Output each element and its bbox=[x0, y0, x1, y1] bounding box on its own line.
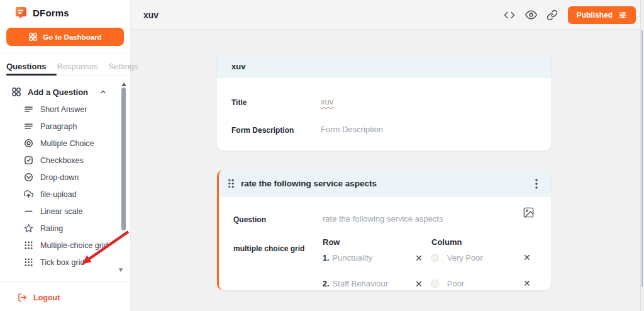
form-settings-card: xuv Title xuv Form Description Form Desc… bbox=[217, 55, 551, 150]
column-value[interactable]: Very Poor bbox=[447, 253, 483, 263]
linear-scale-icon bbox=[24, 206, 33, 216]
form-description-input[interactable]: Form Description bbox=[321, 125, 383, 134]
form-card-header: xuv bbox=[217, 55, 551, 78]
page-scrollbar-thumb[interactable] bbox=[641, 30, 643, 287]
dforms-logo-icon bbox=[14, 6, 28, 20]
question-input[interactable]: rate the following service aspects bbox=[323, 214, 443, 223]
checkboxes-icon bbox=[24, 156, 33, 165]
sidebar-item-multiple-choice-grid[interactable]: Multiple-choice grid bbox=[0, 237, 131, 254]
sidebar-item-label: Multiple Choice bbox=[40, 139, 94, 148]
title-label: Title bbox=[231, 98, 247, 107]
drag-handle-icon[interactable] bbox=[228, 179, 235, 188]
app-screen: DForms Go to Dashboard Questions Respons… bbox=[0, 0, 644, 311]
sidebar: DForms Go to Dashboard Questions Respons… bbox=[0, 0, 131, 311]
row-number: 2. bbox=[323, 280, 329, 288]
go-to-dashboard-label: Go to Dashboard bbox=[43, 33, 101, 41]
short-answer-icon bbox=[24, 105, 33, 114]
row-number: 1. bbox=[323, 254, 329, 263]
drop-down-icon bbox=[24, 172, 33, 182]
sidebar-item-label: Paragraph bbox=[40, 122, 77, 131]
chevron-up-icon[interactable] bbox=[99, 88, 107, 96]
question-card-title: rate the following service aspects bbox=[241, 179, 377, 188]
question-label: Question bbox=[233, 215, 266, 224]
logout-icon bbox=[18, 293, 27, 302]
sliders-icon bbox=[618, 11, 627, 20]
tab-settings[interactable]: Settings bbox=[109, 62, 138, 75]
grid-row-1[interactable]: 1. Punctuality bbox=[323, 253, 372, 263]
sidebar-scroll-up-arrow[interactable] bbox=[121, 82, 126, 86]
sidebar-item-tick-box-grid[interactable]: Tick box grid bbox=[0, 254, 131, 271]
add-a-question-label: Add a Question bbox=[28, 88, 88, 97]
remove-column-icon[interactable]: ✕ bbox=[523, 253, 531, 262]
title-input[interactable]: xuv bbox=[321, 97, 333, 106]
add-image-icon[interactable] bbox=[523, 206, 535, 218]
file-upload-icon bbox=[24, 189, 33, 199]
add-question-grid-icon bbox=[11, 87, 21, 97]
grid-column-2: ✕ Poor bbox=[415, 279, 464, 288]
add-a-question-toggle[interactable]: Add a Question bbox=[0, 83, 131, 101]
go-to-dashboard-button[interactable]: Go to Dashboard bbox=[6, 28, 124, 46]
multiple-choice-icon bbox=[24, 139, 33, 148]
sidebar-divider-top bbox=[0, 53, 131, 54]
sidebar-item-label: Linear scale bbox=[40, 207, 82, 216]
row-column-header: Row bbox=[323, 237, 340, 247]
row-value[interactable]: Staff Behaviour bbox=[332, 279, 388, 288]
sidebar-item-file-upload[interactable]: file-upload bbox=[0, 186, 131, 203]
sidebar-item-label: Rating bbox=[40, 224, 63, 233]
remove-column-icon[interactable]: ✕ bbox=[523, 279, 531, 288]
sidebar-item-label: Multiple-choice grid bbox=[40, 241, 108, 250]
grid-row-2[interactable]: 2. Staff Behaviour bbox=[323, 279, 388, 288]
sidebar-item-label: file-upload bbox=[40, 190, 77, 199]
sidebar-item-label: Drop-down bbox=[40, 173, 79, 182]
sidebar-item-label: Checkboxes bbox=[40, 156, 84, 165]
sidebar-item-label: Short Answer bbox=[40, 105, 87, 114]
radio-icon bbox=[431, 280, 439, 288]
grid-column-1: ✕ Very Poor bbox=[415, 253, 483, 263]
copy-link-icon[interactable] bbox=[547, 9, 558, 21]
remove-row-icon[interactable]: ✕ bbox=[415, 254, 423, 263]
page-scrollbar[interactable] bbox=[640, 0, 644, 311]
preview-eye-icon[interactable] bbox=[525, 9, 537, 21]
question-menu-kebab-icon[interactable] bbox=[531, 178, 542, 190]
remove-row-icon[interactable]: ✕ bbox=[415, 280, 423, 288]
topbar: xuv Published bbox=[131, 0, 644, 30]
code-embed-icon[interactable] bbox=[504, 9, 516, 21]
sidebar-item-paragraph[interactable]: Paragraph bbox=[0, 118, 131, 135]
topbar-actions: Published bbox=[504, 0, 636, 30]
row-value[interactable]: Punctuality bbox=[332, 253, 372, 263]
question-card: rate the following service aspects Quest… bbox=[217, 170, 551, 290]
paragraph-icon bbox=[24, 122, 33, 131]
column-column-header: Column bbox=[431, 237, 462, 247]
sidebar-item-label: Tick box grid bbox=[40, 258, 84, 267]
dashboard-grid-icon bbox=[28, 32, 38, 42]
logout-button[interactable]: Logout bbox=[18, 293, 60, 302]
sidebar-item-drop-down[interactable]: Drop-down bbox=[0, 169, 131, 186]
sidebar-item-short-answer[interactable]: Short Answer bbox=[0, 101, 131, 118]
active-tab-underline bbox=[6, 74, 57, 76]
sidebar-item-linear-scale[interactable]: Linear scale bbox=[0, 203, 131, 220]
tick-box-grid-icon bbox=[24, 257, 33, 267]
question-card-header: rate the following service aspects bbox=[219, 170, 551, 197]
published-button[interactable]: Published bbox=[568, 6, 636, 24]
rating-star-icon bbox=[24, 223, 33, 233]
tab-questions[interactable]: Questions bbox=[6, 62, 47, 75]
brand-name: DForms bbox=[33, 8, 69, 18]
sidebar-item-checkboxes[interactable]: Checkboxes bbox=[0, 152, 131, 169]
sidebar-scroll-down-arrow[interactable]: ▼ bbox=[118, 266, 124, 273]
published-label: Published bbox=[577, 11, 613, 20]
sidebar-divider-bottom bbox=[0, 281, 131, 282]
main-area: xuv Published bbox=[131, 0, 644, 311]
brand-logo: DForms bbox=[14, 6, 69, 20]
grid-type-label: multiple choice grid bbox=[233, 244, 304, 253]
form-title-heading: xuv bbox=[143, 0, 158, 30]
question-type-list: Add a Question Short Answer Paragraph bbox=[0, 83, 131, 271]
sidebar-item-rating[interactable]: Rating bbox=[0, 220, 131, 237]
multiple-choice-grid-icon bbox=[24, 240, 33, 250]
sidebar-tabs: Questions Responses Settings bbox=[6, 59, 138, 75]
sidebar-scrollbar-thumb[interactable] bbox=[121, 88, 126, 230]
column-value[interactable]: Poor bbox=[447, 279, 464, 288]
logout-label: Logout bbox=[33, 293, 60, 302]
sidebar-item-multiple-choice[interactable]: Multiple Choice bbox=[0, 135, 131, 152]
radio-icon bbox=[431, 254, 439, 262]
tab-responses[interactable]: Responses bbox=[57, 62, 98, 75]
